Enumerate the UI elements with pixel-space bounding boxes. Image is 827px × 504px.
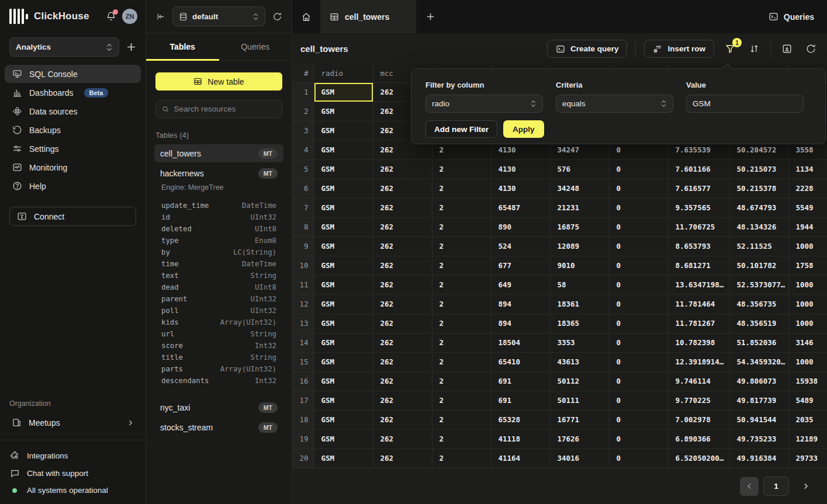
table-cell[interactable]: GSM xyxy=(314,410,373,429)
table-cell[interactable]: GSM xyxy=(314,82,373,102)
table-cell[interactable]: 2 xyxy=(432,256,491,275)
table-cell[interactable]: 65410 xyxy=(491,352,550,371)
table-cell[interactable]: 9.746114 xyxy=(668,371,729,391)
table-cell[interactable]: 18361 xyxy=(550,294,609,314)
table-cell[interactable]: 677 xyxy=(491,256,550,275)
table-cell[interactable]: 262 xyxy=(373,217,432,237)
table-item-hackernews[interactable]: hackernews MT xyxy=(154,164,283,182)
table-cell[interactable]: 18365 xyxy=(550,314,609,333)
new-table-button[interactable]: New table xyxy=(155,72,282,91)
table-cell[interactable]: 2 xyxy=(432,314,491,333)
sidebar-item-monitoring[interactable]: Monitoring xyxy=(5,158,141,176)
integrations-link[interactable]: Integrations xyxy=(9,451,136,461)
table-cell[interactable]: GSM xyxy=(314,179,373,198)
table-cell[interactable]: 11.706725 xyxy=(668,217,729,237)
table-cell[interactable]: 50.101782 xyxy=(729,256,788,275)
table-cell[interactable]: 18504 xyxy=(491,333,550,352)
table-cell[interactable]: 48.356735 xyxy=(729,294,788,314)
tab-queries[interactable]: Queries xyxy=(219,33,292,60)
table-cell[interactable]: 0 xyxy=(609,410,668,429)
table-cell[interactable]: 1134 xyxy=(788,159,827,179)
table-cell[interactable]: 2 xyxy=(432,179,491,198)
table-cell[interactable]: 52.5373077… xyxy=(729,275,788,294)
table-cell[interactable]: 262 xyxy=(373,179,432,198)
table-cell[interactable]: 3353 xyxy=(550,333,609,352)
table-cell[interactable]: 50.941544 xyxy=(729,410,788,429)
table-cell[interactable]: 50.215378 xyxy=(729,179,788,198)
home-tab[interactable] xyxy=(292,0,320,33)
add-workspace-button[interactable] xyxy=(126,42,136,52)
table-cell[interactable]: 2228 xyxy=(788,179,827,198)
table-cell[interactable]: 2 xyxy=(432,217,491,237)
sidebar-item-help[interactable]: Help xyxy=(5,177,141,195)
table-cell[interactable]: 9.357565 xyxy=(668,198,729,217)
prev-page-button[interactable] xyxy=(740,477,759,496)
table-cell[interactable]: 0 xyxy=(609,352,668,371)
table-cell[interactable]: 262 xyxy=(373,198,432,217)
table-cell[interactable]: 0 xyxy=(609,333,668,352)
table-cell[interactable]: 0 xyxy=(609,314,668,333)
table-cell[interactable]: 262 xyxy=(373,237,432,256)
table-cell[interactable]: 2 xyxy=(432,198,491,217)
table-cell[interactable]: 262 xyxy=(373,410,432,429)
collapse-panel-button[interactable] xyxy=(155,12,165,22)
table-item-cell-towers[interactable]: cell_towers MT xyxy=(154,144,283,162)
table-cell[interactable]: GSM xyxy=(314,217,373,237)
table-cell[interactable]: 0 xyxy=(609,179,668,198)
table-cell[interactable]: 894 xyxy=(491,294,550,314)
sidebar-item-dashboards[interactable]: Dashboards Beta xyxy=(5,84,141,102)
table-cell[interactable]: 50112 xyxy=(550,371,609,391)
system-status[interactable]: All systems operational xyxy=(9,486,136,495)
table-cell[interactable]: 0 xyxy=(609,429,668,449)
table-cell[interactable]: 2 xyxy=(432,294,491,314)
table-cell[interactable]: 51.852036 xyxy=(729,333,788,352)
table-cell[interactable]: 2 xyxy=(432,391,491,410)
table-cell[interactable]: 8.681271 xyxy=(668,256,729,275)
table-cell[interactable]: 1000 xyxy=(788,237,827,256)
sidebar-item-meetups[interactable]: Meetups xyxy=(5,413,141,432)
table-cell[interactable]: 41164 xyxy=(491,449,550,468)
table-cell[interactable]: 262 xyxy=(373,159,432,179)
table-cell[interactable]: 29733 xyxy=(788,449,827,468)
table-cell[interactable]: 0 xyxy=(609,198,668,217)
table-cell[interactable]: GSM xyxy=(314,391,373,410)
table-cell[interactable]: GSM xyxy=(314,121,373,140)
table-cell[interactable]: 0 xyxy=(609,159,668,179)
table-cell[interactable]: 262 xyxy=(373,352,432,371)
table-cell[interactable]: 0 xyxy=(609,449,668,468)
table-cell[interactable]: 8.653793 xyxy=(668,237,729,256)
avatar[interactable]: ZN xyxy=(122,9,137,24)
apply-filter-button[interactable]: Apply xyxy=(503,120,544,138)
table-cell[interactable]: 49.817739 xyxy=(729,391,788,410)
next-page-button[interactable] xyxy=(798,479,813,493)
table-cell[interactable]: 524 xyxy=(491,237,550,256)
table-cell[interactable]: 48.674793 xyxy=(729,198,788,217)
filter-column-select[interactable]: radio xyxy=(425,95,543,113)
table-cell[interactable]: 48.356519 xyxy=(729,314,788,333)
table-cell[interactable]: 0 xyxy=(609,256,668,275)
add-new-filter-button[interactable]: Add new Filter xyxy=(425,120,497,138)
sidebar-item-data-sources[interactable]: Data sources xyxy=(5,102,141,120)
table-cell[interactable]: 49.735233 xyxy=(729,429,788,449)
table-cell[interactable]: 7.601166 xyxy=(668,159,729,179)
table-cell[interactable]: 11.781267 xyxy=(668,314,729,333)
table-cell[interactable]: 890 xyxy=(491,217,550,237)
table-cell[interactable]: 1000 xyxy=(788,314,827,333)
table-cell[interactable]: GSM xyxy=(314,140,373,159)
table-cell[interactable]: 262 xyxy=(373,429,432,449)
table-cell[interactable]: 52.11525 xyxy=(729,237,788,256)
database-select[interactable]: default xyxy=(172,6,265,26)
refresh-button[interactable] xyxy=(803,41,819,57)
table-cell[interactable]: 2 xyxy=(432,333,491,352)
table-cell[interactable]: 262 xyxy=(373,333,432,352)
table-cell[interactable]: GSM xyxy=(314,102,373,121)
table-cell[interactable]: GSM xyxy=(314,352,373,371)
table-cell[interactable]: 43613 xyxy=(550,352,609,371)
sort-button[interactable] xyxy=(746,41,762,57)
table-item-nyc-taxi[interactable]: nyc_taxi MT xyxy=(154,398,283,416)
table-cell[interactable]: 58 xyxy=(550,275,609,294)
new-tab-button[interactable] xyxy=(416,0,444,33)
table-cell[interactable]: 9.770225 xyxy=(668,391,729,410)
refresh-tables-button[interactable] xyxy=(272,12,282,22)
table-cell[interactable]: 2 xyxy=(432,275,491,294)
